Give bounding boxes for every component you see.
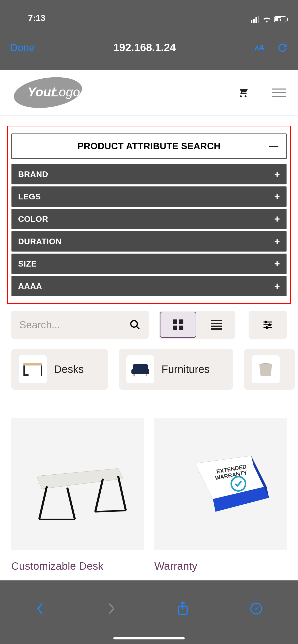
wifi-icon [262, 16, 271, 23]
site-header: Your Logo [0, 70, 298, 115]
attribute-search-header[interactable]: PRODUCT ATTRIBUTE SEARCH — [11, 134, 287, 159]
filter-brand[interactable]: BRAND+ [11, 164, 287, 184]
svg-rect-18 [146, 374, 147, 376]
home-indicator[interactable] [113, 637, 185, 639]
svg-line-20 [39, 486, 47, 519]
product-card[interactable]: EXTENDED WARRANTY Warranty $ 20.00 [154, 418, 287, 592]
safari-toolbar [0, 580, 298, 644]
safari-button[interactable] [250, 602, 263, 615]
svg-point-10 [266, 327, 268, 328]
filters-button[interactable] [249, 311, 287, 339]
category-label: Furnitures [161, 363, 210, 375]
grid-icon [173, 319, 183, 330]
list-view-button[interactable] [197, 311, 235, 339]
menu-button[interactable] [272, 89, 286, 97]
plus-icon: + [274, 191, 280, 202]
svg-point-8 [265, 321, 267, 323]
svg-line-25 [95, 510, 126, 512]
category-thumb [19, 355, 47, 383]
search-icon[interactable] [129, 319, 141, 330]
svg-line-23 [95, 479, 103, 512]
svg-point-9 [269, 324, 270, 326]
plus-icon: + [274, 281, 280, 292]
grid-view-button[interactable] [160, 312, 196, 338]
svg-line-21 [67, 488, 75, 519]
safari-nav-bar: Done 192.168.1.24 AA [0, 25, 298, 70]
plus-icon: + [274, 236, 280, 247]
svg-text:Logo: Logo [52, 85, 80, 99]
text-size-button[interactable]: AA [255, 43, 264, 52]
share-button[interactable] [177, 601, 189, 616]
plus-icon: + [274, 214, 280, 225]
svg-line-4 [137, 326, 139, 329]
attribute-search-title: PRODUCT ATTRIBUTE SEARCH [77, 141, 221, 152]
reload-icon[interactable] [277, 42, 288, 53]
search-input[interactable] [19, 319, 116, 331]
filter-color[interactable]: COLOR+ [11, 209, 287, 229]
svg-rect-16 [131, 369, 149, 374]
cellular-icon [251, 16, 259, 23]
svg-rect-14 [23, 374, 29, 376]
category-label: Desks [54, 363, 84, 375]
plus-icon: + [274, 169, 280, 180]
filter-duration[interactable]: DURATION+ [11, 231, 287, 252]
status-time: 7:13 [28, 13, 45, 23]
svg-point-3 [131, 321, 138, 327]
view-toggle [159, 311, 235, 339]
status-indicators: 57 [251, 16, 288, 23]
svg-line-24 [118, 476, 126, 510]
battery-icon: 57 [274, 16, 288, 22]
product-image [11, 418, 144, 550]
ios-status-bar: 7:13 57 [0, 0, 298, 25]
product-grid: Customizable Desk $ 750.00 EXTENDED WARR… [0, 390, 298, 592]
back-button[interactable] [35, 602, 46, 616]
product-title: Warranty [154, 560, 287, 572]
svg-marker-35 [254, 607, 258, 610]
attribute-search-panel: PRODUCT ATTRIBUTE SEARCH — BRAND+ LEGS+ … [7, 126, 291, 304]
svg-rect-17 [133, 374, 135, 376]
plus-icon: + [274, 258, 280, 269]
sliders-icon [262, 319, 273, 330]
category-more[interactable] [244, 349, 295, 390]
category-chips: Desks Furnitures [0, 339, 298, 390]
category-thumb [252, 355, 280, 383]
svg-rect-12 [23, 365, 25, 376]
list-icon [211, 320, 222, 330]
product-card[interactable]: Customizable Desk $ 750.00 [11, 418, 144, 592]
category-furnitures[interactable]: Furnitures [119, 349, 233, 390]
svg-rect-11 [23, 363, 42, 365]
done-button[interactable]: Done [10, 42, 35, 53]
svg-marker-19 [37, 469, 123, 489]
svg-rect-13 [41, 365, 42, 376]
cart-icon[interactable] [237, 87, 249, 98]
product-title: Customizable Desk [11, 560, 144, 572]
category-desks[interactable]: Desks [11, 349, 108, 390]
controls-row [0, 304, 298, 339]
forward-button [106, 602, 116, 616]
collapse-icon: — [269, 141, 278, 152]
product-image: EXTENDED WARRANTY [154, 418, 287, 550]
filter-size[interactable]: SIZE+ [11, 254, 287, 274]
url-label[interactable]: 192.168.1.24 [40, 41, 250, 54]
site-logo[interactable]: Your Logo [12, 76, 84, 109]
filter-aaaa[interactable]: AAAA+ [11, 276, 287, 296]
search-box[interactable] [11, 311, 149, 339]
filter-legs[interactable]: LEGS+ [11, 186, 287, 207]
category-thumb [126, 355, 154, 383]
